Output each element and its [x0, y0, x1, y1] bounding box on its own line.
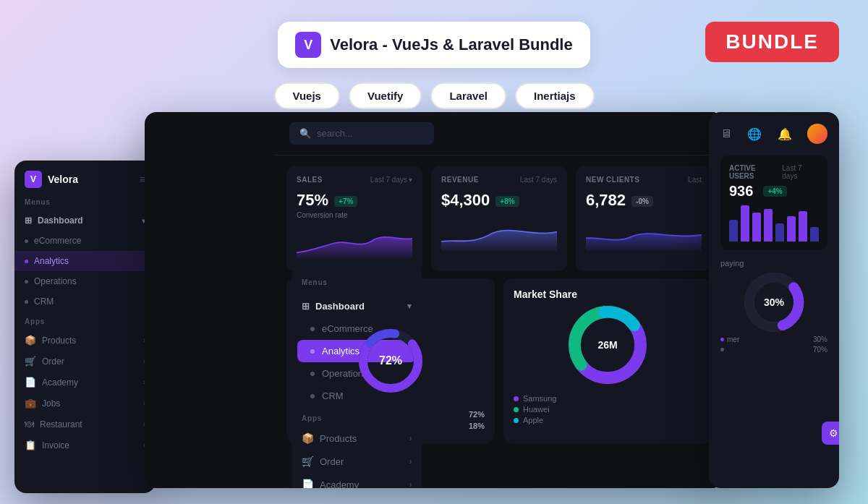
small-dashboard-item[interactable]: ⊞ Dashboard ▾: [14, 210, 156, 231]
sales-sub: Conversion rate: [297, 211, 412, 219]
clients-period: Last: [688, 176, 702, 184]
app-title: Velora - VueJs & Laravel Bundle: [330, 35, 572, 54]
clients-badge: -0%: [631, 196, 653, 207]
sales-stat-card: SALES Last 7 days ▾ 75% +7% Conversion r…: [286, 166, 422, 271]
sales-value: 75%: [297, 191, 328, 210]
tech-tag-laravel[interactable]: Laravel: [430, 82, 506, 109]
tech-tag-vuetify[interactable]: Vuetify: [349, 82, 422, 109]
clients-label: NEW CLIENTS: [586, 176, 639, 184]
coupon-donut: 72%: [297, 317, 485, 404]
revenue-chart: [441, 217, 557, 253]
market-card: Market Share 26M: [503, 278, 712, 443]
legend-apple: Apple: [514, 416, 702, 424]
small-apps-label: Apps: [14, 317, 156, 330]
bell-icon: 🔔: [778, 127, 792, 141]
clients-value: 6,782: [586, 191, 626, 210]
revenue-badge: +8%: [495, 196, 519, 207]
search-placeholder: search...: [317, 128, 353, 139]
active-users-value: 936: [729, 183, 753, 200]
sales-badge: +7%: [334, 196, 357, 207]
small-menus-label: Menus: [14, 198, 156, 210]
center-academy-item[interactable]: 📄 Academy ›: [292, 473, 422, 488]
small-restaurant-item[interactable]: 🍽 Restaurant ›: [14, 414, 156, 435]
small-sidebar: V Velora ≡ Menus ⊞ Dashboard ▾ eCommerce…: [14, 161, 156, 493]
center-order-item[interactable]: 🛒 Order ›: [292, 450, 422, 473]
small-academy-item[interactable]: 📄 Academy ›: [14, 372, 156, 393]
small-products-item[interactable]: 📦 Products ›: [14, 330, 156, 351]
sales-chart: [297, 225, 412, 261]
small-order-item[interactable]: 🛒 Order ›: [14, 351, 156, 372]
tech-tag-inertiajs[interactable]: Inertiajs: [515, 82, 595, 109]
market-legend: Samsung Huawei Apple: [514, 394, 702, 424]
main-header: 🔍 search...: [275, 112, 723, 155]
small-sidebar-logo: V Velora: [25, 171, 78, 188]
paying-donut: 30%: [720, 273, 827, 331]
top-paying-label: paying: [720, 259, 827, 268]
active-users-card: ACTIVE USERS Last 7 days 936 +4%: [720, 155, 827, 250]
right-panel-header: 🖥 🌐 🔔: [720, 124, 827, 144]
center-menus-label: Menus: [292, 278, 422, 295]
bundle-badge: BUNDLE: [705, 22, 839, 62]
stats-row: SALES Last 7 days ▾ 75% +7% Conversion r…: [275, 155, 723, 278]
globe-icon: 🌐: [747, 127, 762, 141]
active-badge: +4%: [763, 186, 786, 197]
search-bar[interactable]: 🔍 search...: [289, 122, 434, 145]
clients-chart: [586, 217, 702, 253]
market-donut: 26M: [514, 302, 702, 388]
legend-huawei: Huawei: [514, 405, 702, 414]
user-avatar[interactable]: [807, 124, 827, 144]
app-logo-icon: V: [295, 32, 321, 58]
paying-legend-item-1: mer 30%: [720, 336, 827, 343]
right-panel: 🖥 🌐 🔔 ACTIVE USERS Last 7 days 936 +4% p…: [709, 112, 839, 488]
sales-label: SALES: [297, 176, 323, 184]
small-ecommerce-item[interactable]: eCommerce: [14, 231, 156, 251]
revenue-label: REVENUE: [441, 176, 479, 184]
coupon-pct-1: 72%: [469, 410, 485, 419]
small-operations-item[interactable]: Operations: [14, 271, 156, 291]
settings-fab[interactable]: ⚙: [822, 422, 839, 445]
clients-stat-card: NEW CLIENTS Last 6,782 -0%: [576, 166, 712, 271]
revenue-stat-card: REVENUE Last 7 days $4,300 +8%: [431, 166, 567, 271]
title-badge: V Velora - VueJs & Laravel Bundle: [278, 22, 590, 68]
small-logo-text: Velora: [48, 174, 78, 185]
coupon-pct-2: 18%: [469, 422, 485, 430]
center-products-item[interactable]: 📦 Products ›: [292, 427, 422, 450]
sales-period: Last 7 days: [370, 176, 407, 184]
small-analytics-item[interactable]: Analytics: [14, 251, 156, 271]
coupon-pct: 72%: [379, 354, 402, 367]
legend-samsung: Samsung: [514, 394, 702, 403]
market-title: Market Share: [514, 289, 702, 300]
center-apps-label: Apps: [292, 407, 422, 427]
small-invoice-item[interactable]: 📋 Invoice ›: [14, 435, 156, 456]
center-dashboard-item[interactable]: ⊞ Dashboard ▾: [292, 295, 422, 317]
market-value: 26M: [597, 339, 617, 351]
paying-pct: 30%: [764, 296, 784, 308]
paying-legend: mer 30% 70%: [720, 336, 827, 354]
small-crm-item[interactable]: CRM: [14, 291, 156, 312]
monitor-icon: 🖥: [720, 127, 732, 140]
small-logo-icon: V: [25, 171, 42, 188]
revenue-value: $4,300: [441, 191, 490, 210]
paying-legend-item-2: 70%: [720, 346, 827, 354]
main-app-window: Menus ⊞ Dashboard ▾ eCommerce Analytics …: [145, 112, 723, 488]
small-jobs-item[interactable]: 💼 Jobs ›: [14, 393, 156, 414]
tech-tag-vuejs[interactable]: Vuejs: [274, 82, 340, 109]
revenue-period: Last 7 days: [520, 176, 557, 184]
active-users-label: ACTIVE USERS: [729, 164, 782, 180]
search-icon: 🔍: [299, 128, 311, 139]
active-users-bar-chart: [729, 205, 819, 242]
